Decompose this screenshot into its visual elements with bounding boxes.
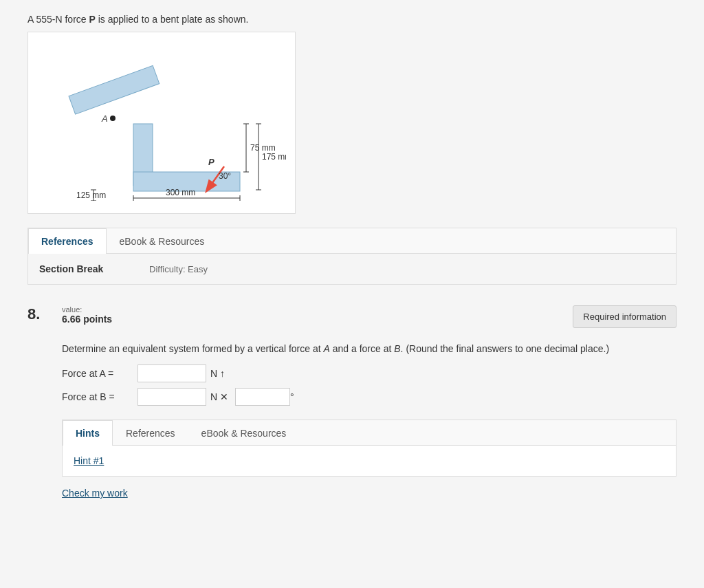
force-b-angle-input[interactable]: [235, 388, 290, 406]
required-info-button[interactable]: Required information: [573, 305, 676, 328]
top-tab-content: Section Break Difficulty: Easy: [28, 254, 676, 284]
force-b-row: Force at B = N ✕ °: [62, 388, 676, 406]
problem-statement: A 555-N force P is applied to a bent pla…: [28, 14, 676, 25]
desc-mid: and a force at: [330, 343, 394, 354]
italic-a: A: [324, 343, 330, 354]
intro-text-end: is applied to a bent plate as shown.: [96, 14, 249, 25]
hints-content: Hint #1: [63, 446, 676, 476]
svg-text:300 mm: 300 mm: [166, 188, 195, 197]
top-tab-bar: References eBook & Resources: [28, 228, 676, 254]
force-a-input[interactable]: [138, 364, 206, 382]
value-label: value:: [62, 305, 573, 314]
intro-text: A 555-N force: [28, 14, 89, 25]
problem-description: Determine an equivalent system formed by…: [62, 342, 676, 356]
tab-references-top[interactable]: References: [28, 228, 107, 254]
svg-rect-0: [69, 65, 160, 114]
section-break-label: Section Break: [39, 263, 149, 274]
tab-ebook-top[interactable]: eBook & Resources: [107, 228, 218, 254]
force-b-unit: N ✕: [210, 391, 228, 402]
hint-1-link[interactable]: Hint #1: [63, 446, 676, 476]
diagram-box: A B 75 mm 175 mm P 30° 300 mm 125 mm: [28, 32, 296, 214]
bottom-tab-bar: Hints References eBook & Resources: [63, 420, 676, 446]
svg-text:P: P: [208, 157, 214, 167]
force-a-row: Force at A = N ↑: [62, 364, 676, 382]
svg-text:30°: 30°: [219, 171, 231, 181]
problem-body: Determine an equivalent system formed by…: [28, 342, 676, 477]
problem-number: 8.: [28, 305, 55, 323]
diagram-svg: A B 75 mm 175 mm P 30° 300 mm 125 mm: [38, 43, 286, 201]
problem-number-row: 8. value: 6.66 points Required informati…: [28, 305, 676, 328]
svg-text:175 mm: 175 mm: [262, 152, 286, 162]
bottom-tabs-container: Hints References eBook & Resources Hint …: [62, 420, 676, 477]
svg-point-1: [110, 116, 116, 121]
problem-points: 6.66 points: [62, 314, 573, 325]
desc-end: . (Round the final answers to one decima…: [401, 343, 610, 354]
svg-text:A: A: [101, 113, 108, 124]
check-work-link[interactable]: Check my work: [28, 488, 128, 499]
problem-meta: value: 6.66 points: [55, 305, 573, 325]
force-b-label: Force at B =: [62, 391, 138, 402]
force-b-input[interactable]: [138, 388, 206, 406]
top-tabs-container: References eBook & Resources Section Bre…: [28, 228, 676, 285]
tab-ebook-bottom[interactable]: eBook & Resources: [188, 420, 300, 446]
svg-text:125 mm: 125 mm: [76, 190, 106, 200]
problem-8-section: 8. value: 6.66 points Required informati…: [28, 305, 676, 477]
degree-symbol: °: [290, 391, 294, 402]
svg-text:75 mm: 75 mm: [250, 143, 276, 153]
force-bold: P: [89, 14, 96, 25]
section-break-row: Section Break Difficulty: Easy: [28, 254, 676, 284]
force-a-label: Force at A =: [62, 368, 138, 379]
desc-text: Determine an equivalent system formed by…: [62, 343, 324, 354]
tab-hints[interactable]: Hints: [63, 420, 113, 446]
italic-b: B: [394, 343, 400, 354]
section-break-difficulty: Difficulty: Easy: [149, 264, 208, 274]
tab-references-bottom[interactable]: References: [113, 420, 188, 446]
force-a-unit: N ↑: [210, 368, 225, 379]
